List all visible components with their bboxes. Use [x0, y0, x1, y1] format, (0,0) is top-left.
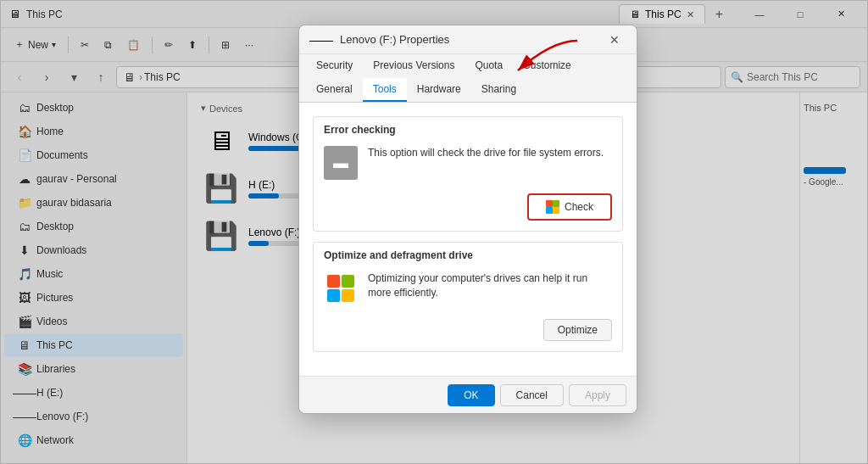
error-checking-section: Error checking ▬ This option will check …	[313, 116, 623, 232]
apply-button[interactable]: Apply	[569, 384, 626, 406]
svg-rect-7	[327, 289, 340, 302]
svg-rect-1	[546, 200, 553, 207]
dialog-footer: OK Cancel Apply	[299, 376, 637, 413]
tab-previous-versions[interactable]: Previous Versions	[363, 54, 465, 78]
svg-rect-3	[546, 207, 553, 214]
svg-rect-4	[553, 207, 559, 214]
optimize-button[interactable]: Optimize	[543, 319, 612, 341]
tab-quota[interactable]: Quota	[465, 54, 513, 78]
error-checking-desc: This option will check the drive for fil…	[368, 146, 612, 160]
optimize-icon	[324, 271, 358, 305]
tab-security[interactable]: Security	[306, 54, 363, 78]
svg-rect-6	[342, 275, 354, 288]
svg-rect-8	[342, 289, 354, 302]
tab-customize[interactable]: Customize	[513, 54, 581, 78]
properties-dialog: —— Lenovo (F:) Properties ✕ Security Pre…	[298, 25, 637, 414]
error-checking-title: Error checking	[314, 117, 622, 139]
check-button[interactable]: Check	[527, 193, 612, 221]
dialog-tabs: Security Previous Versions Quota Customi…	[299, 54, 637, 103]
ok-button[interactable]: OK	[448, 384, 494, 406]
tab-hardware[interactable]: Hardware	[407, 78, 471, 102]
svg-rect-5	[327, 275, 340, 288]
error-checking-icon: ▬	[324, 146, 358, 180]
check-icon	[546, 200, 559, 214]
dialog-body: Error checking ▬ This option will check …	[299, 103, 637, 376]
optimize-btn-row: Optimize	[324, 312, 612, 341]
optimize-desc: Optimizing your computer's drives can he…	[368, 271, 612, 300]
dialog-overlay: —— Lenovo (F:) Properties ✕ Security Pre…	[0, 0, 868, 464]
cancel-button[interactable]: Cancel	[500, 384, 564, 406]
tab-tools[interactable]: Tools	[363, 78, 407, 102]
optimize-visual-icon	[326, 273, 356, 304]
dialog-title-icon: ——	[309, 33, 333, 47]
dialog-title-text: Lenovo (F:) Properties	[340, 33, 596, 46]
tab-general[interactable]: General	[306, 78, 363, 102]
optimize-section: Optimize and defragment drive	[313, 242, 623, 352]
dialog-title-bar: —— Lenovo (F:) Properties ✕	[299, 25, 637, 54]
svg-rect-2	[553, 200, 559, 207]
error-checking-top: ▬ This option will check the drive for f…	[324, 146, 612, 180]
error-checking-content: ▬ This option will check the drive for f…	[314, 139, 622, 231]
check-btn-row: Check	[324, 187, 612, 221]
optimize-top: Optimizing your computer's drives can he…	[324, 271, 612, 305]
optimize-content: Optimizing your computer's drives can he…	[314, 265, 622, 351]
optimize-title: Optimize and defragment drive	[314, 243, 622, 265]
tab-sharing[interactable]: Sharing	[471, 78, 526, 102]
dialog-close-btn[interactable]: ✕	[603, 30, 626, 50]
drive-icon: ▬	[333, 154, 348, 172]
